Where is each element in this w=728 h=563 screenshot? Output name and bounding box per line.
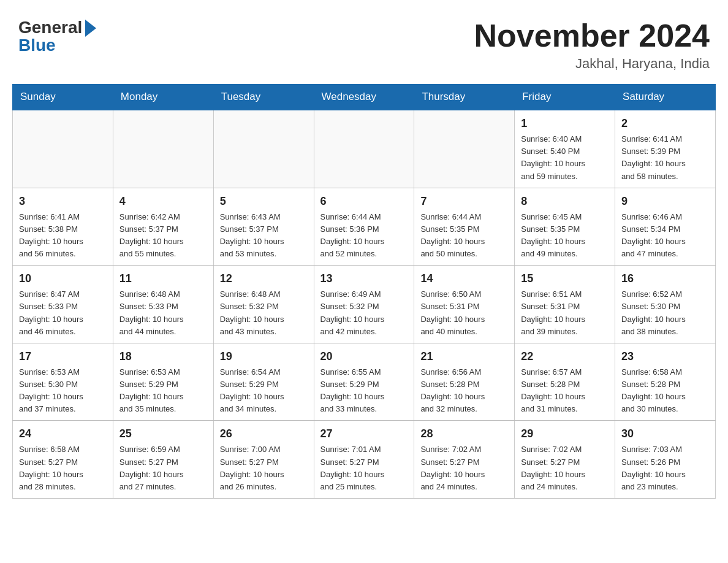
day-info-line: Sunset: 5:33 PM [19, 301, 107, 313]
day-info-line: and 53 minutes. [220, 248, 308, 260]
day-info: Sunrise: 6:59 AMSunset: 5:27 PMDaylight:… [119, 443, 207, 493]
day-number: 16 [621, 270, 709, 287]
day-info: Sunrise: 7:02 AMSunset: 5:27 PMDaylight:… [420, 443, 508, 493]
day-info-line: Sunrise: 6:54 AM [220, 366, 308, 378]
day-number: 28 [420, 426, 508, 442]
day-info: Sunrise: 6:54 AMSunset: 5:29 PMDaylight:… [220, 366, 308, 416]
day-info-line: Sunrise: 7:01 AM [320, 443, 408, 456]
day-info: Sunrise: 7:02 AMSunset: 5:27 PMDaylight:… [521, 443, 609, 493]
day-info-line: Sunrise: 6:41 AM [621, 133, 709, 145]
calendar-cell: 25Sunrise: 6:59 AMSunset: 5:27 PMDayligh… [113, 421, 213, 499]
day-info: Sunrise: 6:48 AMSunset: 5:32 PMDaylight:… [220, 288, 308, 338]
day-number: 29 [521, 426, 609, 442]
day-info-line: Sunset: 5:29 PM [320, 378, 408, 391]
day-info-line: Sunset: 5:38 PM [19, 223, 107, 236]
header: General Blue November 2024 Jakhal, Harya… [12, 12, 716, 78]
day-number: 9 [621, 193, 709, 210]
calendar-cell [414, 110, 515, 188]
day-info-line: and 34 minutes. [220, 403, 308, 415]
day-number: 5 [220, 193, 308, 210]
day-info-line: Daylight: 10 hours [119, 313, 207, 326]
day-info-line: Sunset: 5:28 PM [521, 378, 609, 391]
day-info-line: and 23 minutes. [621, 481, 709, 493]
day-info-line: Sunrise: 7:02 AM [521, 443, 609, 456]
day-info-line: Sunrise: 7:02 AM [420, 443, 508, 456]
day-info-line: Daylight: 10 hours [621, 236, 709, 248]
calendar-cell: 21Sunrise: 6:56 AMSunset: 5:28 PMDayligh… [414, 343, 515, 421]
day-number: 20 [320, 348, 408, 365]
calendar-cell: 18Sunrise: 6:53 AMSunset: 5:29 PMDayligh… [113, 343, 213, 421]
day-number: 22 [521, 348, 609, 365]
day-info-line: Daylight: 10 hours [19, 236, 107, 248]
title-area: November 2024 Jakhal, Haryana, India [468, 12, 716, 78]
day-number: 10 [19, 270, 107, 287]
calendar-cell: 15Sunrise: 6:51 AMSunset: 5:31 PMDayligh… [515, 266, 615, 343]
day-info: Sunrise: 6:53 AMSunset: 5:30 PMDaylight:… [19, 366, 107, 416]
day-of-week-header: Saturday [615, 85, 716, 110]
day-info: Sunrise: 6:48 AMSunset: 5:33 PMDaylight:… [119, 288, 207, 338]
logo-blue: Blue [18, 36, 56, 55]
day-number: 24 [19, 426, 107, 442]
day-info-line: Daylight: 10 hours [621, 158, 709, 170]
day-info-line: Sunset: 5:35 PM [521, 223, 609, 236]
day-info-line: and 35 minutes. [119, 403, 207, 415]
day-number: 23 [621, 348, 709, 365]
day-info-line: Sunrise: 6:46 AM [621, 211, 709, 223]
week-row: 1Sunrise: 6:40 AMSunset: 5:40 PMDaylight… [13, 110, 716, 188]
day-info-line: Sunrise: 6:49 AM [320, 288, 408, 301]
calendar-cell: 14Sunrise: 6:50 AMSunset: 5:31 PMDayligh… [414, 266, 515, 343]
day-info: Sunrise: 6:52 AMSunset: 5:30 PMDaylight:… [621, 288, 709, 338]
day-info: Sunrise: 6:46 AMSunset: 5:34 PMDaylight:… [621, 211, 709, 261]
calendar-cell: 9Sunrise: 6:46 AMSunset: 5:34 PMDaylight… [615, 188, 716, 266]
day-number: 11 [119, 270, 207, 287]
day-info-line: Daylight: 10 hours [521, 469, 609, 481]
day-info-line: Daylight: 10 hours [220, 391, 308, 403]
day-info: Sunrise: 6:45 AMSunset: 5:35 PMDaylight:… [521, 211, 609, 261]
day-info-line: Daylight: 10 hours [420, 236, 508, 248]
day-info-line: Sunrise: 7:00 AM [220, 443, 308, 456]
day-info-line: Sunset: 5:34 PM [621, 223, 709, 236]
calendar-cell: 2Sunrise: 6:41 AMSunset: 5:39 PMDaylight… [615, 110, 716, 188]
day-info-line: Sunset: 5:27 PM [220, 456, 308, 469]
day-number: 15 [521, 270, 609, 287]
day-info-line: Sunset: 5:39 PM [621, 145, 709, 158]
day-info-line: and 46 minutes. [19, 326, 107, 338]
day-info-line: Sunrise: 6:44 AM [320, 211, 408, 223]
day-number: 17 [19, 348, 107, 365]
day-info-line: and 33 minutes. [320, 403, 408, 415]
day-info-line: Daylight: 10 hours [420, 391, 508, 403]
day-info-line: Sunset: 5:27 PM [320, 456, 408, 469]
day-number: 27 [320, 426, 408, 442]
day-number: 1 [521, 115, 609, 132]
day-info-line: Sunrise: 6:56 AM [420, 366, 508, 378]
calendar-cell: 27Sunrise: 7:01 AMSunset: 5:27 PMDayligh… [314, 421, 414, 499]
calendar-cell: 20Sunrise: 6:55 AMSunset: 5:29 PMDayligh… [314, 343, 414, 421]
day-info: Sunrise: 7:01 AMSunset: 5:27 PMDaylight:… [320, 443, 408, 493]
day-info: Sunrise: 6:41 AMSunset: 5:38 PMDaylight:… [19, 211, 107, 261]
day-info-line: Sunset: 5:27 PM [420, 456, 508, 469]
day-info-line: and 24 minutes. [521, 481, 609, 493]
calendar-table: SundayMondayTuesdayWednesdayThursdayFrid… [12, 84, 716, 499]
day-info-line: Sunset: 5:37 PM [119, 223, 207, 236]
calendar-cell: 16Sunrise: 6:52 AMSunset: 5:30 PMDayligh… [615, 266, 716, 343]
day-info-line: and 40 minutes. [420, 326, 508, 338]
calendar-cell [314, 110, 414, 188]
day-info-line: Daylight: 10 hours [320, 469, 408, 481]
day-number: 3 [19, 193, 107, 210]
day-info-line: and 30 minutes. [621, 403, 709, 415]
logo-general: General [18, 19, 82, 36]
logo-arrow-icon [85, 20, 96, 37]
day-number: 30 [621, 426, 709, 442]
day-info-line: Sunset: 5:29 PM [119, 378, 207, 391]
day-info-line: Sunrise: 6:40 AM [521, 133, 609, 145]
day-info-line: Sunset: 5:27 PM [19, 456, 107, 469]
day-info-line: Sunrise: 6:57 AM [521, 366, 609, 378]
day-info-line: Daylight: 10 hours [320, 236, 408, 248]
week-row: 10Sunrise: 6:47 AMSunset: 5:33 PMDayligh… [13, 266, 716, 343]
calendar-cell: 6Sunrise: 6:44 AMSunset: 5:36 PMDaylight… [314, 188, 414, 266]
day-info: Sunrise: 6:49 AMSunset: 5:32 PMDaylight:… [320, 288, 408, 338]
day-info-line: Sunrise: 6:58 AM [19, 443, 107, 456]
day-number: 25 [119, 426, 207, 442]
calendar-cell: 5Sunrise: 6:43 AMSunset: 5:37 PMDaylight… [213, 188, 314, 266]
day-info-line: Sunset: 5:28 PM [621, 378, 709, 391]
